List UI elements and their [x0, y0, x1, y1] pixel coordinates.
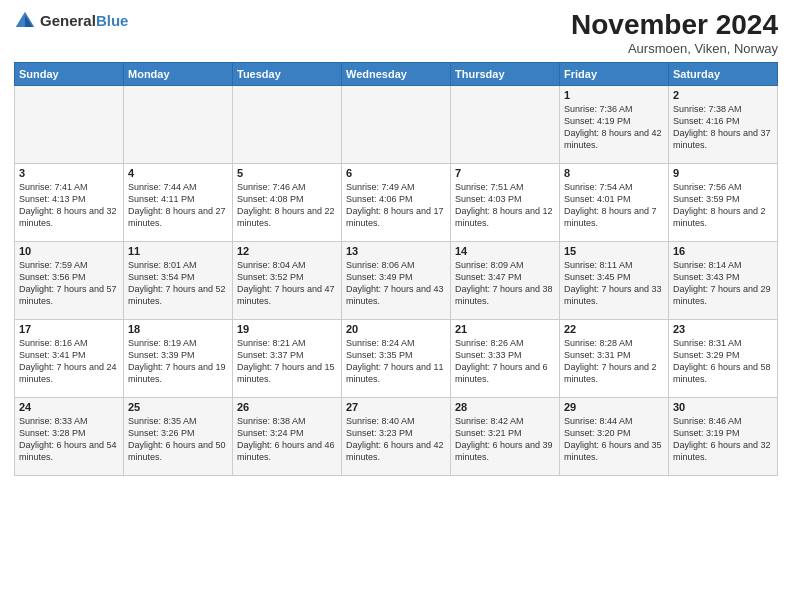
day-info: Sunrise: 8:21 AM Sunset: 3:37 PM Dayligh… — [237, 337, 337, 386]
day-info: Sunrise: 8:40 AM Sunset: 3:23 PM Dayligh… — [346, 415, 446, 464]
calendar-cell: 23Sunrise: 8:31 AM Sunset: 3:29 PM Dayli… — [669, 319, 778, 397]
day-number: 5 — [237, 167, 337, 179]
calendar-cell: 27Sunrise: 8:40 AM Sunset: 3:23 PM Dayli… — [342, 397, 451, 475]
calendar-cell: 24Sunrise: 8:33 AM Sunset: 3:28 PM Dayli… — [15, 397, 124, 475]
day-number: 13 — [346, 245, 446, 257]
day-number: 15 — [564, 245, 664, 257]
calendar-cell: 22Sunrise: 8:28 AM Sunset: 3:31 PM Dayli… — [560, 319, 669, 397]
day-info: Sunrise: 8:42 AM Sunset: 3:21 PM Dayligh… — [455, 415, 555, 464]
day-info: Sunrise: 7:49 AM Sunset: 4:06 PM Dayligh… — [346, 181, 446, 230]
calendar-cell: 28Sunrise: 8:42 AM Sunset: 3:21 PM Dayli… — [451, 397, 560, 475]
day-info: Sunrise: 7:54 AM Sunset: 4:01 PM Dayligh… — [564, 181, 664, 230]
day-info: Sunrise: 8:31 AM Sunset: 3:29 PM Dayligh… — [673, 337, 773, 386]
calendar-cell: 5Sunrise: 7:46 AM Sunset: 4:08 PM Daylig… — [233, 163, 342, 241]
day-number: 25 — [128, 401, 228, 413]
day-number: 4 — [128, 167, 228, 179]
day-number: 1 — [564, 89, 664, 101]
day-number: 23 — [673, 323, 773, 335]
logo: GeneralBlue — [14, 10, 128, 32]
day-info: Sunrise: 8:09 AM Sunset: 3:47 PM Dayligh… — [455, 259, 555, 308]
day-info: Sunrise: 7:56 AM Sunset: 3:59 PM Dayligh… — [673, 181, 773, 230]
location: Aursmoen, Viken, Norway — [571, 41, 778, 56]
day-number: 27 — [346, 401, 446, 413]
calendar-cell: 19Sunrise: 8:21 AM Sunset: 3:37 PM Dayli… — [233, 319, 342, 397]
calendar-cell — [15, 85, 124, 163]
day-number: 14 — [455, 245, 555, 257]
col-thursday: Thursday — [451, 62, 560, 85]
day-info: Sunrise: 8:19 AM Sunset: 3:39 PM Dayligh… — [128, 337, 228, 386]
day-info: Sunrise: 7:36 AM Sunset: 4:19 PM Dayligh… — [564, 103, 664, 152]
logo-icon — [14, 10, 36, 32]
header: GeneralBlue November 2024 Aursmoen, Vike… — [14, 10, 778, 56]
calendar-cell: 10Sunrise: 7:59 AM Sunset: 3:56 PM Dayli… — [15, 241, 124, 319]
day-info: Sunrise: 8:24 AM Sunset: 3:35 PM Dayligh… — [346, 337, 446, 386]
calendar-cell — [342, 85, 451, 163]
logo-general: General — [40, 12, 96, 29]
calendar-cell: 4Sunrise: 7:44 AM Sunset: 4:11 PM Daylig… — [124, 163, 233, 241]
day-number: 17 — [19, 323, 119, 335]
calendar-cell: 6Sunrise: 7:49 AM Sunset: 4:06 PM Daylig… — [342, 163, 451, 241]
calendar-cell: 13Sunrise: 8:06 AM Sunset: 3:49 PM Dayli… — [342, 241, 451, 319]
col-saturday: Saturday — [669, 62, 778, 85]
week-row-4: 17Sunrise: 8:16 AM Sunset: 3:41 PM Dayli… — [15, 319, 778, 397]
calendar-cell: 12Sunrise: 8:04 AM Sunset: 3:52 PM Dayli… — [233, 241, 342, 319]
calendar-cell: 21Sunrise: 8:26 AM Sunset: 3:33 PM Dayli… — [451, 319, 560, 397]
day-info: Sunrise: 8:26 AM Sunset: 3:33 PM Dayligh… — [455, 337, 555, 386]
week-row-5: 24Sunrise: 8:33 AM Sunset: 3:28 PM Dayli… — [15, 397, 778, 475]
calendar-cell: 1Sunrise: 7:36 AM Sunset: 4:19 PM Daylig… — [560, 85, 669, 163]
day-number: 7 — [455, 167, 555, 179]
day-number: 8 — [564, 167, 664, 179]
calendar-cell: 9Sunrise: 7:56 AM Sunset: 3:59 PM Daylig… — [669, 163, 778, 241]
logo-blue: Blue — [96, 12, 129, 29]
day-info: Sunrise: 7:38 AM Sunset: 4:16 PM Dayligh… — [673, 103, 773, 152]
month-title: November 2024 — [571, 10, 778, 41]
calendar-cell — [451, 85, 560, 163]
day-info: Sunrise: 8:14 AM Sunset: 3:43 PM Dayligh… — [673, 259, 773, 308]
day-number: 20 — [346, 323, 446, 335]
col-wednesday: Wednesday — [342, 62, 451, 85]
day-info: Sunrise: 8:46 AM Sunset: 3:19 PM Dayligh… — [673, 415, 773, 464]
day-info: Sunrise: 8:28 AM Sunset: 3:31 PM Dayligh… — [564, 337, 664, 386]
day-info: Sunrise: 7:44 AM Sunset: 4:11 PM Dayligh… — [128, 181, 228, 230]
calendar-cell: 8Sunrise: 7:54 AM Sunset: 4:01 PM Daylig… — [560, 163, 669, 241]
day-number: 24 — [19, 401, 119, 413]
day-info: Sunrise: 8:06 AM Sunset: 3:49 PM Dayligh… — [346, 259, 446, 308]
calendar-cell: 18Sunrise: 8:19 AM Sunset: 3:39 PM Dayli… — [124, 319, 233, 397]
day-number: 11 — [128, 245, 228, 257]
calendar-cell: 3Sunrise: 7:41 AM Sunset: 4:13 PM Daylig… — [15, 163, 124, 241]
day-number: 29 — [564, 401, 664, 413]
day-info: Sunrise: 8:04 AM Sunset: 3:52 PM Dayligh… — [237, 259, 337, 308]
calendar-cell: 16Sunrise: 8:14 AM Sunset: 3:43 PM Dayli… — [669, 241, 778, 319]
calendar-cell: 2Sunrise: 7:38 AM Sunset: 4:16 PM Daylig… — [669, 85, 778, 163]
day-number: 30 — [673, 401, 773, 413]
day-number: 22 — [564, 323, 664, 335]
day-info: Sunrise: 8:11 AM Sunset: 3:45 PM Dayligh… — [564, 259, 664, 308]
day-number: 16 — [673, 245, 773, 257]
col-sunday: Sunday — [15, 62, 124, 85]
calendar-cell: 15Sunrise: 8:11 AM Sunset: 3:45 PM Dayli… — [560, 241, 669, 319]
day-number: 9 — [673, 167, 773, 179]
day-number: 12 — [237, 245, 337, 257]
calendar-cell: 20Sunrise: 8:24 AM Sunset: 3:35 PM Dayli… — [342, 319, 451, 397]
day-info: Sunrise: 8:35 AM Sunset: 3:26 PM Dayligh… — [128, 415, 228, 464]
week-row-1: 1Sunrise: 7:36 AM Sunset: 4:19 PM Daylig… — [15, 85, 778, 163]
day-number: 19 — [237, 323, 337, 335]
col-tuesday: Tuesday — [233, 62, 342, 85]
day-number: 10 — [19, 245, 119, 257]
day-info: Sunrise: 8:33 AM Sunset: 3:28 PM Dayligh… — [19, 415, 119, 464]
calendar-cell: 30Sunrise: 8:46 AM Sunset: 3:19 PM Dayli… — [669, 397, 778, 475]
day-info: Sunrise: 8:01 AM Sunset: 3:54 PM Dayligh… — [128, 259, 228, 308]
day-number: 3 — [19, 167, 119, 179]
header-row: Sunday Monday Tuesday Wednesday Thursday… — [15, 62, 778, 85]
calendar-cell: 11Sunrise: 8:01 AM Sunset: 3:54 PM Dayli… — [124, 241, 233, 319]
day-number: 18 — [128, 323, 228, 335]
day-number: 26 — [237, 401, 337, 413]
day-number: 2 — [673, 89, 773, 101]
week-row-2: 3Sunrise: 7:41 AM Sunset: 4:13 PM Daylig… — [15, 163, 778, 241]
day-info: Sunrise: 7:51 AM Sunset: 4:03 PM Dayligh… — [455, 181, 555, 230]
calendar-table: Sunday Monday Tuesday Wednesday Thursday… — [14, 62, 778, 476]
day-info: Sunrise: 8:38 AM Sunset: 3:24 PM Dayligh… — [237, 415, 337, 464]
day-number: 6 — [346, 167, 446, 179]
col-friday: Friday — [560, 62, 669, 85]
week-row-3: 10Sunrise: 7:59 AM Sunset: 3:56 PM Dayli… — [15, 241, 778, 319]
